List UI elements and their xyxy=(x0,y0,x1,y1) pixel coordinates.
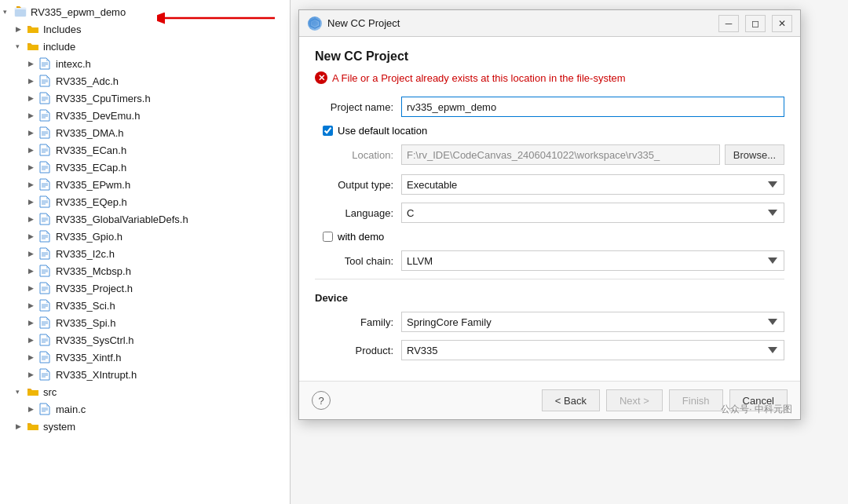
device-section-label: Device xyxy=(315,292,784,304)
tree-item-rv335_epwm_h[interactable]: ▶RV335_EPwm.h xyxy=(0,176,290,193)
tree-item-label: RV335_ECan.h xyxy=(56,144,126,156)
tree-item-intexc_h[interactable]: ▶intexc.h xyxy=(0,55,290,72)
tree-item-label: Includes xyxy=(43,24,81,35)
tree-item-include[interactable]: ▾include xyxy=(0,38,290,55)
tree-arrow: ▶ xyxy=(28,60,39,68)
project-name-row: Project name: xyxy=(315,97,784,117)
watermark-text: 公众号· 中科元图 xyxy=(721,403,792,416)
tool-chain-select[interactable]: LLVM GCC xyxy=(401,250,784,271)
tree-arrow: ▾ xyxy=(3,8,14,16)
language-label: Language: xyxy=(315,207,401,219)
dialog-heading: New CC Project xyxy=(315,49,784,64)
tree-item-rv335_dma_h[interactable]: ▶RV335_DMA.h xyxy=(0,124,290,141)
new-cc-project-dialog: New CC Project ─ ◻ ✕ New CC Project ✕ A … xyxy=(298,9,801,420)
language-select[interactable]: C C++ xyxy=(401,203,784,223)
product-select[interactable]: RV335 xyxy=(401,340,784,360)
tree-arrow: ▶ xyxy=(28,163,39,171)
project-icon xyxy=(14,5,28,18)
tree-item-label: RV335_I2c.h xyxy=(56,248,115,260)
tree-item-system[interactable]: ▶system xyxy=(0,418,290,435)
tree-item-label: src xyxy=(43,386,57,398)
tree-item-label: RV335_Mcbsp.h xyxy=(56,265,131,277)
with-demo-checkbox[interactable] xyxy=(323,232,333,242)
file-icon xyxy=(39,109,53,122)
tree-arrow: ▾ xyxy=(16,42,27,50)
tree-item-label: include xyxy=(43,41,75,53)
tree-item-rv335_sysctrl_h[interactable]: ▶RV335_SysCtrl.h xyxy=(0,331,290,349)
tree-arrow: ▶ xyxy=(28,111,39,119)
tree-item-rv335_cputimers_h[interactable]: ▶RV335_CpuTimers.h xyxy=(0,89,290,107)
tree-arrow: ▶ xyxy=(28,198,39,206)
tree-item-rv335_sci_h[interactable]: ▶RV335_Sci.h xyxy=(0,297,290,314)
next-button[interactable]: Next > xyxy=(606,389,663,411)
tree-item-rv335_xintf_h[interactable]: ▶RV335_Xintf.h xyxy=(0,349,290,366)
folder-icon xyxy=(27,40,41,53)
tree-item-rv335_xintrupt_h[interactable]: ▶RV335_XIntrupt.h xyxy=(0,366,290,383)
file-icon xyxy=(39,75,53,87)
browse-button[interactable]: Browse... xyxy=(725,144,784,165)
project-name-input[interactable] xyxy=(401,97,784,117)
tree-item-rv335_ecap_h[interactable]: ▶RV335_ECap.h xyxy=(0,159,290,176)
tree-item-rv335_mcbsp_h[interactable]: ▶RV335_Mcbsp.h xyxy=(0,262,290,279)
file-icon xyxy=(39,161,53,173)
folder-icon xyxy=(27,385,41,398)
tree-arrow: ▶ xyxy=(28,301,39,309)
use-default-location-checkbox[interactable] xyxy=(323,126,333,136)
tree-item-label: RV335_Spi.h xyxy=(56,317,115,329)
tree-item-rv335_eqep_h[interactable]: ▶RV335_EQep.h xyxy=(0,193,290,210)
file-icon xyxy=(39,195,53,208)
tree-item-label: RV335_Gpio.h xyxy=(56,231,122,243)
file-icon xyxy=(39,368,53,381)
tree-item-rv335_epwm_demo[interactable]: ▾RV335_epwm_demo xyxy=(0,3,290,20)
tree-arrow: ▶ xyxy=(28,129,39,137)
maximize-button[interactable]: ◻ xyxy=(745,15,766,32)
tree-item-label: RV335_Adc.h xyxy=(56,75,119,87)
output-type-select[interactable]: Executable Static Library Shared Library xyxy=(401,174,784,195)
tree-item-label: intexc.h xyxy=(56,58,91,70)
tree-item-label: RV335_EQep.h xyxy=(56,196,127,208)
tree-item-rv335_project_h[interactable]: ▶RV335_Project.h xyxy=(0,279,290,297)
dialog-titlebar: New CC Project ─ ◻ ✕ xyxy=(299,10,800,37)
tree-arrow: ▶ xyxy=(28,371,39,378)
location-row: Location: Browse... xyxy=(315,144,784,165)
tool-chain-row: Tool chain: LLVM GCC xyxy=(315,250,784,271)
tree-item-rv335_spi_h[interactable]: ▶RV335_Spi.h xyxy=(0,314,290,331)
back-button[interactable]: < Back xyxy=(542,389,600,411)
dialog-overlay: New CC Project ─ ◻ ✕ New CC Project ✕ A … xyxy=(291,0,848,504)
tree-arrow: ▶ xyxy=(16,422,27,430)
tree-item-rv335_gpio_h[interactable]: ▶RV335_Gpio.h xyxy=(0,228,290,245)
tree-item-main_c[interactable]: ▶main.c xyxy=(0,400,290,418)
svg-marker-66 xyxy=(312,20,318,27)
tree-arrow: ▶ xyxy=(28,94,39,102)
tree-arrow: ▾ xyxy=(16,388,27,396)
file-icon xyxy=(39,230,53,243)
tree-item-src[interactable]: ▾src xyxy=(0,383,290,400)
tree-item-label: RV335_Sci.h xyxy=(56,300,115,312)
folder-icon xyxy=(27,23,41,35)
file-icon xyxy=(39,126,53,139)
finish-button[interactable]: Finish xyxy=(669,389,723,411)
tree-item-rv335_ecan_h[interactable]: ▶RV335_ECan.h xyxy=(0,141,290,159)
tree-item-rv335_i2c_h[interactable]: ▶RV335_I2c.h xyxy=(0,245,290,262)
close-button[interactable]: ✕ xyxy=(772,15,792,32)
tree-item-includes[interactable]: ▶Includes xyxy=(0,20,290,38)
dialog-title: New CC Project xyxy=(327,17,718,29)
family-select[interactable]: SpringCore Family xyxy=(401,312,784,332)
tree-item-rv335_devemu_h[interactable]: ▶RV335_DevEmu.h xyxy=(0,107,290,124)
file-icon xyxy=(39,299,53,312)
tree-item-rv335_adc_h[interactable]: ▶RV335_Adc.h xyxy=(0,72,290,89)
use-default-location-row: Use default location xyxy=(315,125,784,137)
language-row: Language: C C++ xyxy=(315,203,784,223)
tree-item-rv335_globalvariabledefs_h[interactable]: ▶RV335_GlobalVariableDefs.h xyxy=(0,210,290,228)
product-row: Product: RV335 xyxy=(315,340,784,360)
file-icon xyxy=(39,316,53,329)
location-input[interactable] xyxy=(401,144,720,165)
tree-arrow: ▶ xyxy=(28,405,39,413)
minimize-button[interactable]: ─ xyxy=(718,15,739,32)
help-button[interactable]: ? xyxy=(312,391,331,410)
tree-item-label: RV335_Xintf.h xyxy=(56,352,122,363)
error-icon: ✕ xyxy=(315,71,327,84)
dialog-window-controls: ─ ◻ ✕ xyxy=(718,15,792,32)
file-icon xyxy=(39,351,53,363)
output-type-label: Output type: xyxy=(315,179,401,191)
